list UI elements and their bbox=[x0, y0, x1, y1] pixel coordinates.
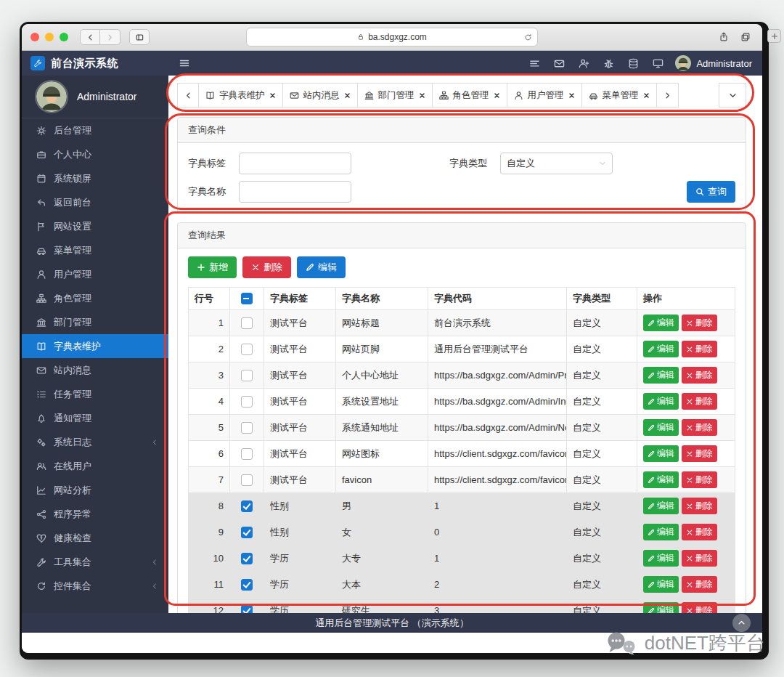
minimize-window-button[interactable] bbox=[45, 33, 54, 41]
row-delete-button[interactable]: 删除 bbox=[682, 524, 717, 540]
row-delete-button[interactable]: 删除 bbox=[682, 445, 717, 462]
table-row[interactable]: 2测试平台网站页脚通用后台管理测试平台自定义编辑 删除 bbox=[189, 336, 735, 362]
close-icon[interactable] bbox=[344, 92, 351, 99]
sidebar-item-profile[interactable]: 个人中心 bbox=[22, 142, 168, 166]
dict-tag-input[interactable] bbox=[239, 153, 351, 174]
sidebar-item-notifications[interactable]: 通知管理 bbox=[22, 406, 168, 430]
sidebar-item-app-exceptions[interactable]: 程序异常 bbox=[22, 502, 168, 526]
row-edit-button[interactable]: 编辑 bbox=[643, 498, 679, 514]
row-checkbox[interactable] bbox=[241, 422, 253, 434]
row-edit-button[interactable]: 编辑 bbox=[643, 576, 679, 593]
table-row[interactable]: 5测试平台系统通知地址https://ba.sdgxgz.com/Admin/N… bbox=[189, 415, 735, 441]
sidebar-item-tools[interactable]: 工具集合 bbox=[22, 550, 168, 574]
envelope-icon[interactable] bbox=[554, 58, 565, 69]
display-icon[interactable] bbox=[653, 58, 663, 69]
close-window-button[interactable] bbox=[30, 33, 39, 41]
new-tab-button[interactable] bbox=[767, 29, 781, 43]
sidebar-user-panel[interactable]: Administrator bbox=[22, 76, 168, 118]
row-edit-button[interactable]: 编辑 bbox=[643, 419, 679, 436]
row-edit-button[interactable]: 编辑 bbox=[643, 367, 679, 384]
table-row[interactable]: 7测试平台faviconhttps://client.sdgxgz.com/fa… bbox=[189, 467, 735, 493]
row-checkbox[interactable] bbox=[241, 553, 253, 564]
dict-name-input[interactable] bbox=[239, 181, 351, 203]
sidebar-item-online-users[interactable]: 在线用户 bbox=[22, 454, 168, 478]
sidebar-item-widgets[interactable]: 控件集合 bbox=[22, 574, 168, 598]
row-delete-button[interactable]: 删除 bbox=[682, 315, 717, 331]
close-icon[interactable] bbox=[643, 92, 650, 99]
row-delete-button[interactable]: 删除 bbox=[682, 576, 717, 593]
row-checkbox[interactable] bbox=[241, 317, 253, 329]
sidebar-item-users[interactable]: 用户管理 bbox=[22, 262, 168, 286]
tab-messages[interactable]: 站内消息 bbox=[283, 83, 358, 108]
sidebar-item-departments[interactable]: 部门管理 bbox=[22, 310, 168, 334]
table-row[interactable]: 10学历大专1自定义编辑 删除 bbox=[189, 546, 735, 572]
database-icon[interactable] bbox=[628, 58, 639, 69]
hamburger-menu-icon[interactable] bbox=[179, 57, 190, 69]
row-edit-button[interactable]: 编辑 bbox=[643, 315, 679, 331]
close-icon[interactable] bbox=[494, 92, 500, 99]
navbar-user[interactable]: Administrator bbox=[675, 55, 762, 71]
reload-icon[interactable] bbox=[524, 33, 532, 41]
address-bar[interactable]: ba.sdgxgz.com bbox=[246, 28, 538, 46]
row-checkbox[interactable] bbox=[241, 344, 253, 355]
row-delete-button[interactable]: 删除 bbox=[682, 471, 717, 488]
sidebar-item-front[interactable]: 返回前台 bbox=[22, 190, 168, 214]
sidebar-item-system-logs[interactable]: 系统日志 bbox=[22, 430, 168, 454]
close-icon[interactable] bbox=[269, 92, 276, 99]
tabs-scroll-left-button[interactable] bbox=[177, 83, 199, 108]
browser-forward-button[interactable] bbox=[100, 29, 121, 45]
scroll-top-button[interactable] bbox=[732, 614, 751, 632]
stream-icon[interactable] bbox=[529, 58, 540, 69]
row-checkbox[interactable] bbox=[241, 370, 253, 381]
tabs-overview-icon[interactable] bbox=[740, 32, 751, 42]
row-checkbox[interactable] bbox=[241, 500, 253, 512]
row-delete-button[interactable]: 删除 bbox=[682, 550, 717, 567]
row-edit-button[interactable]: 编辑 bbox=[643, 341, 679, 357]
close-icon[interactable] bbox=[568, 92, 575, 99]
sidebar-item-admin[interactable]: 后台管理 bbox=[22, 118, 168, 142]
table-row[interactable]: 1测试平台网站标题前台演示系统自定义编辑 删除 bbox=[189, 310, 735, 336]
sidebar-item-roles[interactable]: 角色管理 bbox=[22, 286, 168, 310]
app-brand[interactable]: 前台演示系统 bbox=[22, 56, 168, 70]
tabs-scroll-right-button[interactable] bbox=[657, 83, 679, 108]
row-delete-button[interactable]: 删除 bbox=[682, 393, 717, 410]
row-edit-button[interactable]: 编辑 bbox=[643, 550, 679, 567]
table-row[interactable]: 11学历大本2自定义编辑 删除 bbox=[189, 572, 735, 598]
sidebar-item-health-check[interactable]: 健康检查 bbox=[22, 526, 168, 550]
row-delete-button[interactable]: 删除 bbox=[682, 602, 717, 613]
row-checkbox[interactable] bbox=[241, 605, 253, 613]
browser-sidebar-toggle-button[interactable] bbox=[129, 29, 150, 45]
row-checkbox[interactable] bbox=[241, 448, 253, 460]
row-checkbox[interactable] bbox=[241, 474, 253, 486]
row-edit-button[interactable]: 编辑 bbox=[643, 471, 679, 488]
row-edit-button[interactable]: 编辑 bbox=[643, 445, 679, 462]
sidebar-item-messages[interactable]: 站内消息 bbox=[22, 358, 168, 382]
row-checkbox[interactable] bbox=[241, 579, 253, 591]
userplus-icon[interactable] bbox=[579, 58, 589, 69]
row-checkbox[interactable] bbox=[241, 527, 253, 538]
search-button[interactable]: 查询 bbox=[687, 181, 735, 203]
dict-type-select[interactable]: 自定义 bbox=[500, 153, 613, 174]
row-delete-button[interactable]: 删除 bbox=[682, 419, 717, 436]
tabs-dropdown-button[interactable] bbox=[719, 83, 746, 108]
sidebar-item-lockscreen[interactable]: 系统锁屏 bbox=[22, 166, 168, 190]
tab-menu[interactable]: 菜单管理 bbox=[582, 83, 657, 108]
table-row[interactable]: 4测试平台系统设置地址https://ba.sdgxgz.com/Admin/I… bbox=[189, 389, 735, 415]
sidebar-item-menu[interactable]: 菜单管理 bbox=[22, 238, 168, 262]
row-delete-button[interactable]: 删除 bbox=[682, 367, 717, 384]
select-all-checkbox[interactable] bbox=[241, 293, 253, 304]
row-edit-button[interactable]: 编辑 bbox=[643, 602, 679, 613]
add-button[interactable]: 新增 bbox=[188, 256, 237, 278]
browser-back-button[interactable] bbox=[80, 29, 100, 45]
sidebar-item-site-analytics[interactable]: 网站分析 bbox=[22, 478, 168, 502]
table-row[interactable]: 3测试平台个人中心地址https://ba.sdgxgz.com/Admin/P… bbox=[189, 362, 735, 389]
sidebar-item-tasks[interactable]: 任务管理 bbox=[22, 382, 168, 406]
tab-dictionary[interactable]: 字典表维护 bbox=[199, 83, 283, 108]
sidebar-item-dictionary[interactable]: 字典表维护 bbox=[22, 334, 168, 358]
table-row[interactable]: 9性别女0自定义编辑 删除 bbox=[189, 519, 735, 546]
bug-icon[interactable] bbox=[603, 58, 614, 69]
table-row[interactable]: 8性别男1自定义编辑 删除 bbox=[189, 493, 735, 519]
row-delete-button[interactable]: 删除 bbox=[682, 498, 717, 514]
row-edit-button[interactable]: 编辑 bbox=[643, 524, 679, 540]
share-icon[interactable] bbox=[719, 32, 729, 42]
